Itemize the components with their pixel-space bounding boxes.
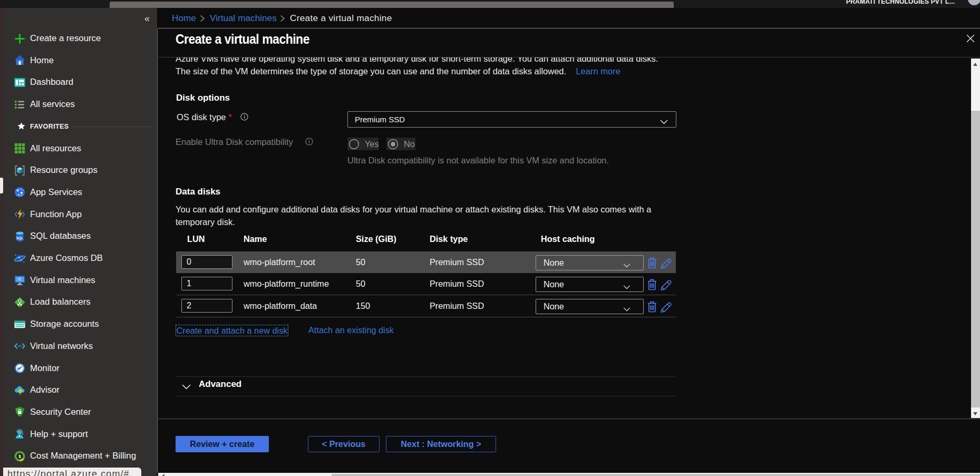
svg-text:SQL: SQL xyxy=(16,236,23,240)
svg-text:$: $ xyxy=(18,454,21,459)
